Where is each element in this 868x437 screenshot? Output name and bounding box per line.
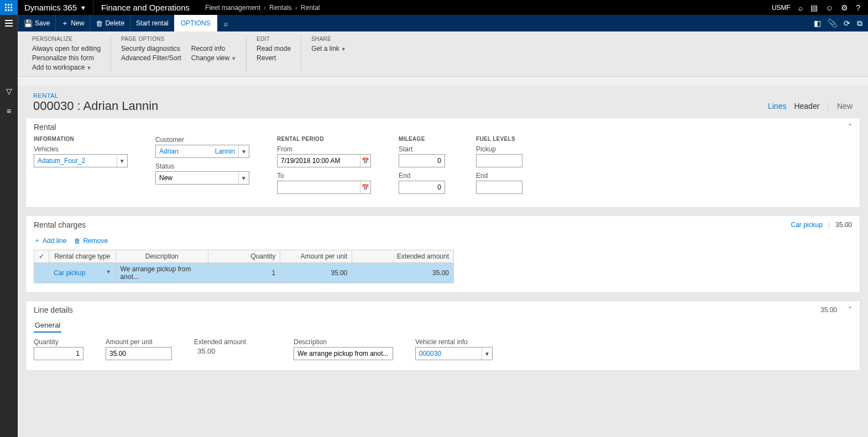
- personalize-form[interactable]: Personalize this form: [32, 54, 101, 62]
- popout-icon[interactable]: ⧉: [857, 19, 862, 28]
- svg-rect-0: [5, 4, 7, 6]
- product-menu[interactable]: Dynamics 365 ▼: [18, 0, 93, 15]
- options-tab[interactable]: OPTIONS: [174, 15, 217, 31]
- action-pane: 💾Save ＋New 🗑Delete Start rental OPTIONS …: [0, 15, 868, 31]
- plus-icon: ＋: [61, 18, 69, 28]
- office-icon[interactable]: ◧: [814, 19, 821, 28]
- security-diagnostics[interactable]: Security diagnostics: [121, 44, 181, 53]
- trash-icon: 🗑: [96, 19, 103, 28]
- chevron-down-icon: ▼: [341, 46, 346, 52]
- company-label[interactable]: USMF: [772, 4, 791, 12]
- search-icon[interactable]: ⌕: [798, 3, 803, 12]
- breadcrumb-item[interactable]: Rentals: [269, 4, 292, 12]
- refresh-icon[interactable]: ⟳: [844, 19, 850, 28]
- new-button[interactable]: ＋New: [55, 15, 90, 31]
- record-info[interactable]: Record info: [191, 44, 236, 53]
- product-label: Dynamics 365: [24, 3, 77, 12]
- svg-rect-7: [8, 9, 9, 11]
- group-title: PERSONALIZE: [32, 36, 101, 42]
- breadcrumb-item[interactable]: Fleet management: [205, 4, 260, 12]
- app-launcher-icon[interactable]: [0, 0, 18, 15]
- read-mode[interactable]: Read mode: [257, 44, 291, 53]
- always-open-editing[interactable]: Always open for editing: [32, 44, 101, 53]
- start-rental-button[interactable]: Start rental: [130, 15, 174, 31]
- ribbon-group-page-options: PAGE OPTIONS Security diagnostics Advanc…: [111, 36, 247, 72]
- advanced-filter-sort[interactable]: Advanced Filter/Sort: [121, 54, 181, 62]
- module-label: Finance and Operations: [93, 0, 197, 15]
- svg-rect-8: [11, 9, 12, 11]
- ribbon-group-personalize: PERSONALIZE Always open for editing Pers…: [22, 36, 111, 72]
- svg-rect-5: [11, 7, 12, 8]
- gear-icon[interactable]: ⚙: [841, 3, 848, 12]
- svg-rect-6: [5, 9, 7, 11]
- messages-icon[interactable]: ▤: [811, 3, 818, 12]
- help-icon[interactable]: ?: [856, 3, 860, 12]
- chevron-right-icon: ›: [264, 4, 266, 12]
- add-to-workspace[interactable]: Add to workspace▼: [32, 63, 101, 72]
- save-icon: 💾: [24, 19, 33, 28]
- topbar: Dynamics 365 ▼ Finance and Operations Fl…: [0, 0, 868, 15]
- save-button[interactable]: 💾Save: [18, 15, 55, 31]
- actionpane-right-tools: ◧ 📎 ⟳ ⧉: [814, 19, 868, 28]
- feedback-icon[interactable]: ☺: [825, 3, 833, 12]
- delete-button[interactable]: 🗑Delete: [90, 15, 130, 31]
- chevron-down-icon: ▼: [86, 65, 91, 71]
- options-ribbon: PERSONALIZE Always open for editing Pers…: [0, 31, 868, 77]
- revert[interactable]: Revert: [257, 54, 291, 62]
- ribbon-group-edit: EDIT Read mode Revert: [247, 36, 301, 72]
- group-title: PAGE OPTIONS: [121, 36, 236, 42]
- left-rail: ▽ ≡: [0, 31, 18, 77]
- ribbon-group-share: SHARE Get a link▼: [301, 36, 356, 72]
- chevron-down-icon: ▼: [80, 4, 86, 11]
- attach-icon[interactable]: 📎: [828, 19, 837, 28]
- get-a-link[interactable]: Get a link▼: [311, 44, 346, 53]
- breadcrumb-item[interactable]: Rental: [301, 4, 320, 12]
- svg-rect-1: [8, 4, 9, 6]
- chevron-right-icon: ›: [295, 4, 297, 12]
- svg-rect-4: [8, 7, 9, 8]
- topbar-right: USMF ⌕ ▤ ☺ ⚙ ?: [772, 3, 868, 12]
- svg-rect-2: [11, 4, 12, 6]
- group-title: EDIT: [257, 36, 291, 42]
- change-view[interactable]: Change view▼: [191, 54, 236, 62]
- actionpane-search-icon[interactable]: ⌕: [217, 19, 235, 28]
- svg-rect-3: [5, 7, 7, 8]
- chevron-down-icon: ▼: [231, 56, 236, 61]
- nav-hamburger-icon[interactable]: [0, 15, 18, 31]
- group-title: SHARE: [311, 36, 346, 42]
- breadcrumb: Fleet management › Rentals › Rental: [197, 4, 327, 12]
